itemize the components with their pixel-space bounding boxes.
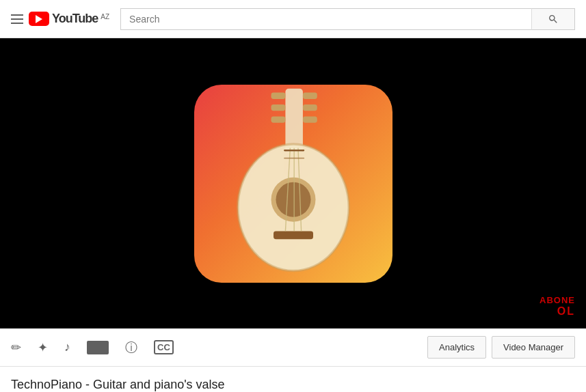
watermark-line2: OL	[540, 305, 575, 318]
search-button[interactable]	[531, 8, 575, 30]
svg-rect-4	[302, 92, 317, 98]
watermark-line1: ABONE	[540, 296, 575, 305]
analytics-button[interactable]: Analytics	[427, 336, 486, 359]
svg-rect-0	[285, 88, 303, 152]
captions-icon[interactable]: CC	[154, 340, 174, 354]
cards-icon[interactable]	[87, 341, 109, 354]
search-bar	[120, 8, 575, 30]
video-player[interactable]: ABONE OL	[0, 38, 586, 328]
svg-rect-14	[284, 150, 304, 151]
controls-right: Analytics Video Manager	[427, 336, 575, 359]
video-info: TechnoPiano - Guitar and piano's valse K…	[0, 367, 586, 392]
video-title: TechnoPiano - Guitar and piano's valse	[11, 378, 575, 392]
svg-rect-10	[274, 231, 313, 239]
svg-rect-1	[271, 92, 285, 98]
search-input[interactable]	[120, 8, 531, 30]
search-icon	[548, 14, 559, 25]
audio-icon[interactable]	[64, 340, 70, 354]
hamburger-menu[interactable]	[11, 14, 23, 24]
svg-rect-2	[271, 104, 285, 111]
logo-area: YouTube AZ	[11, 12, 109, 26]
enhancements-icon[interactable]	[38, 340, 48, 355]
svg-rect-5	[302, 104, 317, 111]
site-header: YouTube AZ	[0, 0, 586, 38]
controls-bar: CC Analytics Video Manager	[0, 328, 586, 367]
svg-rect-3	[271, 116, 285, 122]
youtube-wordmark: YouTube	[52, 12, 98, 26]
youtube-logo[interactable]: YouTube AZ	[29, 12, 109, 26]
country-code: AZ	[101, 13, 109, 20]
controls-left: CC	[11, 339, 427, 356]
info-icon[interactable]	[125, 339, 137, 356]
svg-rect-6	[302, 116, 317, 122]
watermark: ABONE OL	[540, 296, 575, 318]
video-thumbnail	[194, 85, 392, 283]
guitar-illustration	[194, 85, 392, 283]
video-manager-button[interactable]: Video Manager	[492, 336, 575, 359]
edit-icon[interactable]	[11, 340, 21, 355]
svg-point-9	[276, 182, 310, 216]
youtube-icon	[29, 12, 49, 26]
svg-rect-15	[284, 157, 304, 158]
